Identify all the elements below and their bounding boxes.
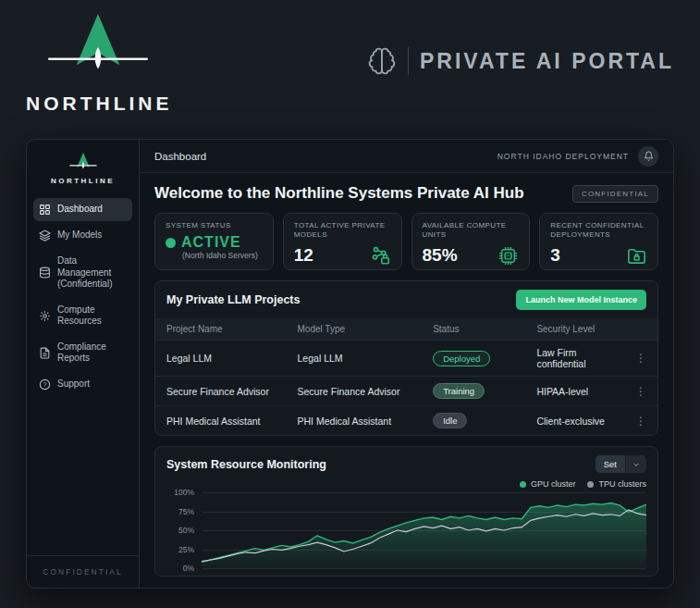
cell-security-level: HIPAA-level [525, 377, 624, 406]
chart-legend: GPU cluster TPU clusters [166, 479, 646, 489]
chart-plot-area [202, 492, 646, 568]
sidebar-logo: NORTHLINE [27, 151, 139, 185]
sidebar: NORTHLINE Dashboard My Models Da [27, 140, 140, 588]
cell-model-type: PHI Medical Assistant [287, 406, 423, 436]
sidebar-item-label: My Models [57, 230, 102, 242]
stat-value: 3 [550, 245, 560, 266]
sidebar-nav: Dashboard My Models Data Management (Con… [27, 198, 139, 396]
sidebar-item-my-models[interactable]: My Models [33, 224, 132, 247]
stat-card-active-models: TOTAL ACTIVE PRIVATE MODELS 12 [283, 213, 402, 270]
page-title: Welcome to the Northline Systems Private… [154, 184, 524, 203]
status-badge: Training [433, 383, 485, 399]
sidebar-item-label: Dashboard [57, 204, 103, 216]
welcome-row: Welcome to the Northline Systems Private… [154, 184, 658, 203]
stat-value: 85% [423, 245, 458, 266]
stat-value: 12 [294, 245, 313, 266]
sidebar-item-label: Compliance Reports [57, 341, 127, 365]
help-circle-icon: ? [39, 378, 51, 391]
status-badge: Deployed [433, 351, 490, 366]
brand-wordmark: NORTHLINE [26, 93, 169, 115]
layers-icon [39, 230, 51, 242]
stat-card-confidential-deployments: RECENT CONFIDENTIAL DEPLOYMENTS 3 [539, 213, 658, 270]
sidebar-brand: NORTHLINE [27, 177, 139, 185]
sidebar-item-label: Compute Resources [57, 304, 127, 328]
stat-label: SYSTEM STATUS [166, 221, 263, 230]
monitoring-card: System Resource Monitoring Set GPU clust… [154, 446, 658, 577]
cell-security-level: Law Firm confidential [525, 341, 624, 377]
northline-arrow-icon [43, 11, 153, 89]
projects-table: Project Name Model Type Status Security … [155, 318, 657, 435]
stat-sublabel: (North Idaho Servers) [182, 251, 263, 260]
sidebar-item-label: Data Management (Confidential) [57, 255, 127, 291]
col-project-name: Project Name [155, 318, 287, 341]
chevron-down-icon [625, 455, 646, 473]
projects-card: My Private LLM Projects Launch New Model… [154, 280, 658, 436]
sidebar-item-data-management[interactable]: Data Management (Confidential) [33, 250, 132, 296]
area-chart-svg [202, 492, 646, 568]
dashboard-grid-icon [39, 204, 51, 216]
sidebar-item-label: Support [57, 378, 90, 391]
legend-item-tpu: TPU clusters [587, 479, 646, 489]
projects-title: My Private LLM Projects [166, 293, 301, 306]
svg-text:?: ? [43, 380, 47, 387]
stat-label: AVAILABLE COMPUTE UNITS [423, 221, 520, 241]
document-icon [39, 347, 51, 359]
stat-card-system-status: SYSTEM STATUS ACTIVE (North Idaho Server… [154, 213, 274, 270]
stat-label: TOTAL ACTIVE PRIVATE MODELS [294, 221, 391, 241]
status-dot-icon [166, 238, 176, 248]
dashboard-panel: NORTHLINE Dashboard My Models Da [26, 139, 674, 589]
northline-logo: NORTHLINE [26, 11, 169, 115]
row-menu-button[interactable]: ⋮ [624, 377, 657, 406]
cell-project-name: Secure Finance Advisor [155, 377, 287, 406]
topbar-title: Dashboard [154, 151, 206, 162]
deployment-label: NORTH IDAHO DEPLOYMENT [497, 152, 629, 161]
monitoring-title: System Resource Monitoring [166, 458, 326, 471]
col-security-level: Security Level [525, 318, 624, 341]
row-menu-button[interactable]: ⋮ [624, 341, 657, 377]
folder-lock-icon [626, 245, 647, 267]
table-header-row: Project Name Model Type Status Security … [155, 318, 657, 341]
range-select[interactable]: Set [596, 455, 646, 473]
sidebar-item-dashboard[interactable]: Dashboard [33, 198, 132, 221]
chart-y-axis: 100% 75% 50% 25% 0% [166, 492, 194, 568]
resource-chart: 100% 75% 50% 25% 0% [166, 492, 646, 568]
status-badge: Idle [433, 413, 467, 428]
stat-card-compute-units: AVAILABLE COMPUTE UNITS 85% CPU [411, 213, 531, 270]
sidebar-item-compute-resources[interactable]: Compute Resources [33, 299, 132, 333]
cell-security-level: Client-exclusive [525, 406, 624, 436]
network-lock-icon [371, 245, 391, 266]
database-icon [39, 267, 51, 279]
content-body: Welcome to the Northline Systems Private… [140, 173, 673, 588]
bell-icon [644, 151, 654, 161]
legend-dot-icon [520, 481, 526, 488]
col-status: Status [422, 318, 525, 341]
cell-model-type: Secure Finance Advisor [287, 377, 423, 406]
portal-title-text: PRIVATE AI PORTAL [420, 49, 674, 74]
cell-project-name: Legal LLM [155, 341, 287, 377]
legend-item-gpu: GPU cluster [520, 479, 576, 489]
app-header: NORTHLINE PRIVATE AI PORTAL [0, 0, 700, 139]
col-model-type: Model Type [287, 318, 423, 341]
main-content: Dashboard NORTH IDAHO DEPLOYMENT Welcome… [140, 140, 673, 588]
launch-new-model-button[interactable]: Launch New Model Instance [516, 290, 646, 310]
sidebar-item-support[interactable]: ? Support [33, 373, 132, 396]
stat-cards: SYSTEM STATUS ACTIVE (North Idaho Server… [154, 213, 658, 270]
range-select-value: Set [596, 455, 625, 473]
svg-text:CPU: CPU [505, 254, 512, 258]
portal-title: PRIVATE AI PORTAL [367, 46, 674, 76]
cell-model-type: Legal LLM [287, 341, 423, 377]
notifications-button[interactable] [638, 146, 658, 167]
sidebar-item-compliance-reports[interactable]: Compliance Reports [33, 336, 132, 370]
brain-icon [367, 46, 397, 76]
sidebar-confidential-label: CONFIDENTIAL [27, 555, 139, 577]
table-row[interactable]: Legal LLM Legal LLM Deployed Law Firm co… [155, 341, 657, 377]
table-row[interactable]: Secure Finance Advisor Secure Finance Ad… [155, 377, 657, 406]
stat-label: RECENT CONFIDENTIAL DEPLOYMENTS [550, 221, 647, 241]
legend-dot-icon [587, 481, 594, 488]
stat-value: ACTIVE [181, 234, 241, 251]
cpu-chip-icon: CPU [497, 245, 519, 267]
confidential-badge: CONFIDENTIAL [572, 185, 658, 203]
northline-arrow-icon [68, 151, 99, 175]
table-row[interactable]: PHI Medical Assistant PHI Medical Assist… [155, 406, 657, 436]
row-menu-button[interactable]: ⋮ [624, 406, 657, 436]
